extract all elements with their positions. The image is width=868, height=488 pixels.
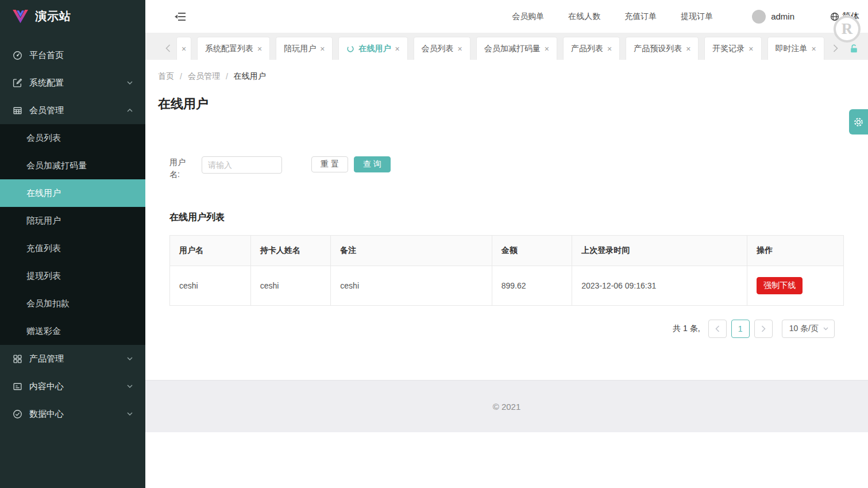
sidebar-item-online-users[interactable]: 在线用户 (0, 179, 145, 207)
chevron-down-icon (127, 385, 133, 388)
close-icon[interactable]: × (686, 45, 690, 53)
tab-label: 开奖记录 (712, 44, 744, 54)
username-filter-label: 用户名: (169, 156, 190, 180)
footer: © 2021 (145, 380, 868, 432)
tab-system-config-list[interactable]: 系统配置列表 × (197, 37, 270, 60)
pagination: 共 1 条, 1 10 条/页 (169, 320, 844, 338)
filter-row: 用户名: 重 置 查 询 (169, 156, 844, 180)
header-link-member-orders[interactable]: 会员购单 (512, 11, 544, 22)
tab-member-coding-amount[interactable]: 会员加减打码量 × (476, 37, 557, 60)
force-offline-button[interactable]: 强制下线 (757, 277, 803, 294)
tab-label: 即时注单 (776, 44, 808, 54)
tab-companion-users[interactable]: 陪玩用户 × (276, 37, 333, 60)
close-icon[interactable]: × (320, 45, 325, 53)
list-title: 在线用户列表 (169, 212, 855, 224)
page-title: 在线用户 (158, 95, 855, 113)
breadcrumb: 首页 / 会员管理 / 在线用户 (158, 60, 855, 82)
page-size-value: 10 条/页 (789, 324, 819, 334)
sidebar-item-recharge-list[interactable]: 充值列表 (0, 235, 145, 262)
page-content: 首页 / 会员管理 / 在线用户 在线用户 用户名: 重 置 查 询 在线用户列… (145, 60, 868, 380)
col-actions: 操作 (747, 236, 844, 266)
sidebar-item-gift-bonus[interactable]: 赠送彩金 (0, 317, 145, 345)
gear-icon (853, 117, 864, 128)
breadcrumb-member-management[interactable]: 会员管理 (188, 71, 220, 82)
tab-label: 陪玩用户 (284, 44, 316, 54)
sidebar-item-label: 数据中心 (29, 409, 64, 420)
dashboard-icon (13, 51, 22, 60)
unlock-icon[interactable] (849, 44, 859, 54)
page-number-button[interactable]: 1 (731, 320, 750, 338)
tab-lottery-records[interactable]: 开奖记录 × (704, 37, 761, 60)
tab-label: 系统配置列表 (205, 44, 253, 54)
col-remark: 备注 (331, 236, 492, 266)
sidebar-item-member-list[interactable]: 会员列表 (0, 124, 145, 152)
sidebar-item-companion-users[interactable]: 陪玩用户 (0, 207, 145, 235)
table-header-row: 用户名 持卡人姓名 备注 金额 上次登录时间 操作 (170, 236, 844, 266)
user-menu[interactable]: admin (752, 10, 794, 24)
edit-icon (13, 78, 22, 88)
tab-product-preset-list[interactable]: 产品预设列表 × (626, 37, 699, 60)
tab-bar: × 系统配置列表 × 陪玩用户 × 在线用户 × 会员列表 (145, 33, 868, 60)
cell-username: ceshi (170, 266, 251, 306)
top-header: 会员购单 在线人数 充值订单 提现订单 admin 简体 (145, 0, 868, 33)
sidebar-item-content-center[interactable]: 内容中心 (0, 372, 145, 400)
page-size-select[interactable]: 10 条/页 (782, 320, 835, 338)
close-icon[interactable]: × (395, 45, 399, 53)
member-submenu: 会员列表 会员加减打码量 在线用户 陪玩用户 充值列表 提现列表 会员加扣款 赠… (0, 124, 145, 345)
header-link-online-count[interactable]: 在线人数 (568, 11, 600, 22)
reset-button[interactable]: 重 置 (311, 156, 348, 172)
close-icon[interactable]: × (545, 45, 549, 53)
logo-text: 演示站 (35, 9, 71, 24)
breadcrumb-current: 在线用户 (234, 71, 266, 82)
settings-gear-button[interactable] (849, 109, 868, 135)
tab-label: 在线用户 (358, 44, 391, 54)
sidebar-item-member-adjustment[interactable]: 会员加扣款 (0, 290, 145, 317)
sidebar-item-withdraw-list[interactable]: 提现列表 (0, 262, 145, 290)
sidebar-item-product-management[interactable]: 产品管理 (0, 345, 145, 372)
refresh-icon[interactable] (346, 45, 354, 53)
breadcrumb-home[interactable]: 首页 (158, 71, 174, 82)
header-link-recharge-orders[interactable]: 充值订单 (624, 11, 657, 22)
tab-member-list[interactable]: 会员列表 × (414, 37, 470, 60)
tabs-scroll-left-icon[interactable] (161, 37, 174, 60)
sidebar-item-data-center[interactable]: 数据中心 (0, 400, 145, 428)
brand-v-icon (13, 10, 28, 24)
copyright: © 2021 (493, 402, 521, 412)
sidebar-item-label: 产品管理 (29, 353, 64, 364)
tab-product-list[interactable]: 产品列表 × (563, 37, 620, 60)
sidebar-item-dashboard[interactable]: 平台首页 (0, 41, 145, 69)
logo[interactable]: 演示站 (0, 0, 145, 33)
username-filter-input[interactable] (202, 156, 282, 174)
table-row: ceshi ceshi ceshi 899.62 2023-12-06 09:1… (170, 266, 844, 306)
cell-actions: 强制下线 (747, 266, 844, 306)
chevron-down-icon (823, 327, 828, 331)
col-cardholder: 持卡人姓名 (250, 236, 331, 266)
close-icon[interactable]: × (458, 45, 462, 53)
tab-instant-bets[interactable]: 即时注单 × (767, 37, 824, 60)
app-window: 演示站 平台首页 系统配置 (0, 0, 868, 488)
menu-fold-icon[interactable] (173, 10, 186, 23)
sidebar-item-system-config[interactable]: 系统配置 (0, 69, 145, 97)
header-link-withdraw-orders[interactable]: 提现订单 (681, 11, 713, 22)
sidebar-item-member-management[interactable]: 会员管理 (0, 97, 145, 124)
close-icon[interactable]: × (257, 45, 262, 53)
check-circle-icon (13, 409, 22, 419)
sidebar-item-member-coding-amount[interactable]: 会员加减打码量 (0, 152, 145, 179)
tab-label: 会员加减打码量 (484, 44, 541, 54)
next-page-button[interactable] (754, 320, 773, 338)
tab-online-users[interactable]: 在线用户 × (338, 37, 407, 60)
table-icon (13, 106, 22, 116)
sidebar: 演示站 平台首页 系统配置 (0, 0, 145, 488)
filter-panel: 用户名: 重 置 查 询 (169, 156, 844, 180)
col-last-login: 上次登录时间 (572, 236, 747, 266)
content-icon (13, 382, 22, 391)
tab-clipped[interactable]: × (176, 37, 191, 60)
search-button[interactable]: 查 询 (354, 156, 391, 172)
col-amount: 金额 (492, 236, 572, 266)
tab-label: 产品列表 (571, 44, 603, 54)
close-icon[interactable]: × (749, 45, 753, 53)
close-icon[interactable]: × (812, 45, 816, 53)
close-icon[interactable]: × (607, 45, 612, 53)
prev-page-button[interactable] (708, 320, 727, 338)
close-icon[interactable]: × (182, 45, 186, 53)
